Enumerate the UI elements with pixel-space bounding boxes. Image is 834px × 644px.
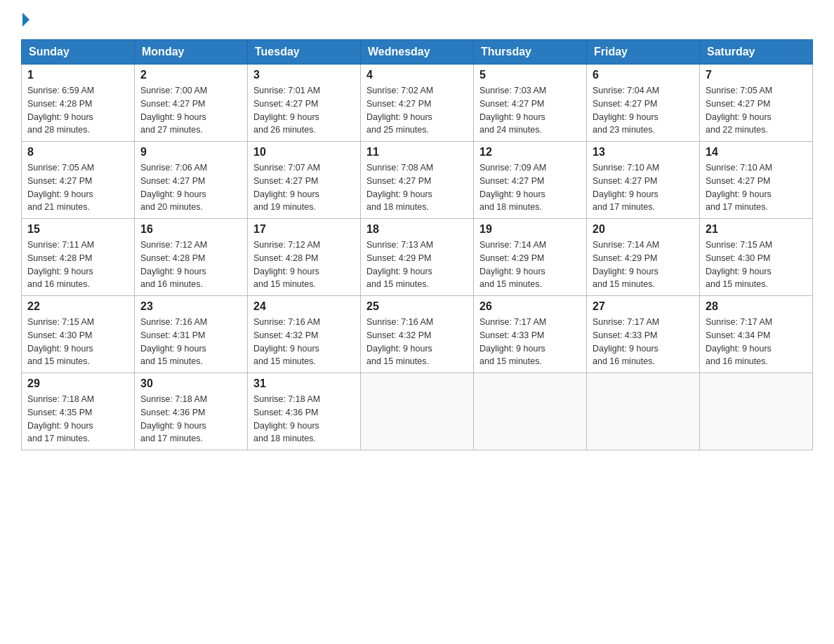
day-info: Sunrise: 7:02 AMSunset: 4:27 PMDaylight:… — [366, 84, 468, 137]
day-info: Sunrise: 7:08 AMSunset: 4:27 PMDaylight:… — [366, 161, 468, 214]
calendar-cell: 16Sunrise: 7:12 AMSunset: 4:28 PMDayligh… — [135, 219, 248, 296]
calendar-cell: 31Sunrise: 7:18 AMSunset: 4:36 PMDayligh… — [248, 373, 361, 450]
day-number: 11 — [366, 146, 468, 159]
day-number: 21 — [706, 223, 807, 236]
day-info: Sunrise: 7:03 AMSunset: 4:27 PMDaylight:… — [479, 84, 581, 137]
calendar-cell: 9Sunrise: 7:06 AMSunset: 4:27 PMDaylight… — [135, 142, 248, 219]
calendar-cell: 24Sunrise: 7:16 AMSunset: 4:32 PMDayligh… — [248, 296, 361, 373]
day-number: 3 — [253, 69, 355, 81]
calendar-cell: 6Sunrise: 7:04 AMSunset: 4:27 PMDaylight… — [587, 65, 700, 142]
calendar-cell: 19Sunrise: 7:14 AMSunset: 4:29 PMDayligh… — [474, 219, 587, 296]
day-header-thursday: Thursday — [474, 40, 587, 65]
day-number: 13 — [593, 146, 694, 159]
calendar-cell: 20Sunrise: 7:14 AMSunset: 4:29 PMDayligh… — [587, 219, 700, 296]
calendar-cell: 5Sunrise: 7:03 AMSunset: 4:27 PMDaylight… — [474, 65, 587, 142]
day-number: 1 — [27, 69, 128, 81]
day-number: 26 — [479, 300, 581, 313]
day-info: Sunrise: 7:05 AMSunset: 4:27 PMDaylight:… — [27, 161, 128, 214]
day-info: Sunrise: 6:59 AMSunset: 4:28 PMDaylight:… — [27, 84, 128, 137]
day-info: Sunrise: 7:15 AMSunset: 4:30 PMDaylight:… — [27, 316, 128, 368]
day-number: 30 — [140, 377, 241, 390]
calendar-cell: 25Sunrise: 7:16 AMSunset: 4:32 PMDayligh… — [361, 296, 474, 373]
day-info: Sunrise: 7:00 AMSunset: 4:27 PMDaylight:… — [140, 84, 241, 137]
week-row-4: 22Sunrise: 7:15 AMSunset: 4:30 PMDayligh… — [22, 296, 813, 373]
calendar-cell: 3Sunrise: 7:01 AMSunset: 4:27 PMDaylight… — [248, 65, 361, 142]
calendar-cell — [474, 373, 587, 450]
day-info: Sunrise: 7:12 AMSunset: 4:28 PMDaylight:… — [253, 239, 355, 291]
day-info: Sunrise: 7:18 AMSunset: 4:36 PMDaylight:… — [140, 393, 241, 445]
page-header — [21, 14, 813, 27]
day-number: 28 — [706, 300, 807, 313]
day-number: 12 — [479, 146, 581, 159]
day-info: Sunrise: 7:16 AMSunset: 4:32 PMDaylight:… — [253, 316, 355, 368]
day-info: Sunrise: 7:16 AMSunset: 4:32 PMDaylight:… — [366, 316, 468, 368]
calendar-cell: 13Sunrise: 7:10 AMSunset: 4:27 PMDayligh… — [587, 142, 700, 219]
day-number: 17 — [253, 223, 355, 236]
calendar-cell: 27Sunrise: 7:17 AMSunset: 4:33 PMDayligh… — [587, 296, 700, 373]
calendar-cell — [361, 373, 474, 450]
day-header-sunday: Sunday — [22, 40, 135, 65]
day-info: Sunrise: 7:07 AMSunset: 4:27 PMDaylight:… — [253, 161, 355, 214]
calendar-table: SundayMondayTuesdayWednesdayThursdayFrid… — [21, 39, 813, 450]
calendar-cell: 2Sunrise: 7:00 AMSunset: 4:27 PMDaylight… — [135, 65, 248, 142]
day-number: 16 — [140, 223, 241, 236]
calendar-cell: 23Sunrise: 7:16 AMSunset: 4:31 PMDayligh… — [135, 296, 248, 373]
calendar-cell: 14Sunrise: 7:10 AMSunset: 4:27 PMDayligh… — [700, 142, 813, 219]
day-header-saturday: Saturday — [700, 40, 813, 65]
day-number: 8 — [27, 146, 128, 159]
day-info: Sunrise: 7:13 AMSunset: 4:29 PMDaylight:… — [366, 239, 468, 291]
day-number: 9 — [140, 146, 241, 159]
calendar-cell: 12Sunrise: 7:09 AMSunset: 4:27 PMDayligh… — [474, 142, 587, 219]
day-number: 5 — [479, 69, 581, 81]
calendar-cell: 4Sunrise: 7:02 AMSunset: 4:27 PMDaylight… — [361, 65, 474, 142]
calendar-cell: 30Sunrise: 7:18 AMSunset: 4:36 PMDayligh… — [135, 373, 248, 450]
week-row-3: 15Sunrise: 7:11 AMSunset: 4:28 PMDayligh… — [22, 219, 813, 296]
days-of-week-row: SundayMondayTuesdayWednesdayThursdayFrid… — [22, 40, 813, 65]
day-number: 7 — [706, 69, 807, 81]
day-number: 24 — [253, 300, 355, 313]
calendar-cell: 7Sunrise: 7:05 AMSunset: 4:27 PMDaylight… — [700, 65, 813, 142]
day-info: Sunrise: 7:16 AMSunset: 4:31 PMDaylight:… — [140, 316, 241, 368]
day-header-monday: Monday — [135, 40, 248, 65]
day-number: 2 — [140, 69, 241, 81]
day-number: 23 — [140, 300, 241, 313]
day-number: 15 — [27, 223, 128, 236]
calendar-cell: 1Sunrise: 6:59 AMSunset: 4:28 PMDaylight… — [22, 65, 135, 142]
day-info: Sunrise: 7:17 AMSunset: 4:33 PMDaylight:… — [593, 316, 694, 368]
calendar-cell: 26Sunrise: 7:17 AMSunset: 4:33 PMDayligh… — [474, 296, 587, 373]
day-header-wednesday: Wednesday — [361, 40, 474, 65]
calendar-cell: 10Sunrise: 7:07 AMSunset: 4:27 PMDayligh… — [248, 142, 361, 219]
logo-arrow-icon — [22, 13, 29, 27]
calendar-cell: 18Sunrise: 7:13 AMSunset: 4:29 PMDayligh… — [361, 219, 474, 296]
calendar-cell: 17Sunrise: 7:12 AMSunset: 4:28 PMDayligh… — [248, 219, 361, 296]
day-info: Sunrise: 7:18 AMSunset: 4:35 PMDaylight:… — [27, 393, 128, 445]
day-number: 10 — [253, 146, 355, 159]
day-info: Sunrise: 7:10 AMSunset: 4:27 PMDaylight:… — [706, 161, 807, 214]
day-info: Sunrise: 7:14 AMSunset: 4:29 PMDaylight:… — [593, 239, 694, 291]
day-info: Sunrise: 7:12 AMSunset: 4:28 PMDaylight:… — [140, 239, 241, 291]
day-number: 22 — [27, 300, 128, 313]
calendar-cell — [587, 373, 700, 450]
calendar-cell: 21Sunrise: 7:15 AMSunset: 4:30 PMDayligh… — [700, 219, 813, 296]
day-number: 25 — [366, 300, 468, 313]
day-info: Sunrise: 7:14 AMSunset: 4:29 PMDaylight:… — [479, 239, 581, 291]
week-row-2: 8Sunrise: 7:05 AMSunset: 4:27 PMDaylight… — [22, 142, 813, 219]
calendar-cell: 11Sunrise: 7:08 AMSunset: 4:27 PMDayligh… — [361, 142, 474, 219]
day-number: 18 — [366, 223, 468, 236]
day-info: Sunrise: 7:05 AMSunset: 4:27 PMDaylight:… — [706, 84, 807, 137]
week-row-1: 1Sunrise: 6:59 AMSunset: 4:28 PMDaylight… — [22, 65, 813, 142]
day-info: Sunrise: 7:17 AMSunset: 4:33 PMDaylight:… — [479, 316, 581, 368]
day-info: Sunrise: 7:17 AMSunset: 4:34 PMDaylight:… — [706, 316, 807, 368]
day-info: Sunrise: 7:09 AMSunset: 4:27 PMDaylight:… — [479, 161, 581, 214]
day-number: 19 — [479, 223, 581, 236]
day-info: Sunrise: 7:15 AMSunset: 4:30 PMDaylight:… — [706, 239, 807, 291]
week-row-5: 29Sunrise: 7:18 AMSunset: 4:35 PMDayligh… — [22, 373, 813, 450]
day-number: 20 — [593, 223, 694, 236]
day-info: Sunrise: 7:06 AMSunset: 4:27 PMDaylight:… — [140, 161, 241, 214]
logo — [21, 14, 29, 27]
day-number: 4 — [366, 69, 468, 81]
calendar-cell: 15Sunrise: 7:11 AMSunset: 4:28 PMDayligh… — [22, 219, 135, 296]
day-number: 29 — [27, 377, 128, 390]
calendar-cell: 22Sunrise: 7:15 AMSunset: 4:30 PMDayligh… — [22, 296, 135, 373]
day-number: 27 — [593, 300, 694, 313]
